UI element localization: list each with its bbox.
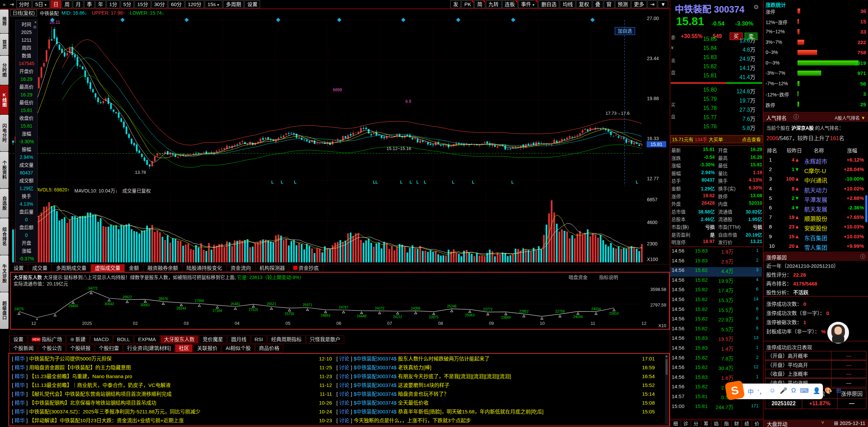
rank-stock-name[interactable]: 航天动力: [804, 186, 827, 194]
period-tab-设置[interactable]: 设置: [244, 0, 260, 8]
keyboard-icon[interactable]: ⌨: [800, 387, 809, 396]
chinese-mode-icon[interactable]: 中: [748, 387, 754, 396]
expand-chevrons-icon[interactable]: »: [1, 1, 7, 7]
indicator-tab-设置[interactable]: 设置: [9, 264, 28, 272]
rank-stock-name[interactable]: 永辉超市: [804, 157, 827, 165]
tool-tab-均线[interactable]: 均线: [560, 0, 575, 8]
sidebar-item-K线图[interactable]: K线图: [0, 85, 8, 114]
tick-row[interactable]: 14:5615.8222.9万6: [670, 316, 762, 325]
gear-icon[interactable]: ⚙: [753, 3, 759, 11]
discussion-item[interactable]: [ 讨论 ] $中铁装配300374$ 全天最低价收15:08: [336, 398, 657, 407]
tick-row[interactable]: 14:5615.8215.3万14: [670, 296, 762, 306]
tick-row[interactable]: 14:5615.831.6万1: [670, 374, 762, 384]
quick-tab-财[interactable]: 财: [732, 420, 742, 427]
close-icon[interactable]: ×: [34, 20, 37, 25]
period-tab-60分[interactable]: 60分: [168, 0, 184, 8]
indicator-formula-tab-圆月线[interactable]: 圆月线: [228, 335, 250, 344]
rank-stock-name[interactable]: 雪人集团: [804, 243, 827, 252]
sogou-logo-icon[interactable]: S: [725, 380, 745, 401]
symbols-icon[interactable]: Ω: [791, 387, 796, 396]
period-tab-5日[interactable]: 5日▼: [33, 0, 50, 8]
sidebar-item-牛叉诊股[interactable]: 牛叉诊股: [0, 255, 8, 292]
sidebar-item-超级盘口[interactable]: 超级盘口: [0, 292, 8, 329]
indicator-tab-机构探测器[interactable]: 机构探测器: [255, 264, 289, 272]
quick-tab-价[interactable]: 价: [752, 420, 762, 427]
period-tab-日[interactable]: 日: [51, 0, 61, 8]
indicator-formula-tab-经典周期指标[interactable]: 经典周期指标: [268, 335, 305, 344]
calendar-date[interactable]: ⊞ 2025-12-11: [834, 420, 865, 426]
info-icon[interactable]: i: [860, 254, 865, 259]
indicator-tab-融资融券余额[interactable]: 融资融券余额: [143, 264, 182, 272]
period-tab-15分[interactable]: 15分: [135, 0, 151, 8]
tool-tab-删自选[interactable]: 删自选: [538, 0, 559, 8]
news-item[interactable]: [ 精华 ] 【11.13最全前瞻】｜商业航天，中泰合作，奶皮子，VC电解液11…: [12, 381, 334, 390]
quick-tab-绩[interactable]: 绩: [742, 420, 752, 427]
avatar-3d-icon[interactable]: 👤: [813, 387, 820, 396]
indicator-help-button[interactable]: 指标说明: [599, 274, 618, 280]
indicator-formula-tab-BOLL[interactable]: BOLL: [113, 335, 134, 344]
indicator-tab-多周期成交量[interactable]: 多周期成交量: [52, 264, 91, 272]
period-tab-30分[interactable]: 30分: [152, 0, 168, 8]
tick-row[interactable]: 15:0015.81244.7万171: [670, 403, 762, 413]
add-watchlist-button[interactable]: 加自选: [615, 27, 635, 35]
indicator-formula-tab-只怪我是散户[interactable]: 只怪我是散户: [306, 335, 344, 344]
indicator-formula-tab-MACD[interactable]: MACD: [90, 335, 113, 344]
indicator-formula-tab-指标广场[interactable]: NEW指标广场: [28, 335, 66, 344]
discussion-item[interactable]: [ 讨论 ] $中铁装配300374$ 有朋友今天抄底了，不是我[流泪][流泪]…: [336, 372, 657, 381]
rank-stock-name[interactable]: 安妮股份: [804, 224, 827, 232]
discussion-item[interactable]: [ 讨论 ] $中铁装配300374$ 暗盘资金也玩不转了？15:14: [336, 390, 657, 398]
scroll-up-icon[interactable]: ▲: [665, 354, 668, 358]
tick-row[interactable]: 14:5615.8219.9万4: [670, 277, 762, 286]
microphone-icon[interactable]: 🎤: [780, 387, 787, 396]
rank-stock-name[interactable]: 中兴通讯: [804, 176, 827, 184]
news-item[interactable]: [ 精华 ] 用暗盘资金跟踪【中铁装配】的主力隐藏意图11-25: [12, 363, 334, 372]
tool-tab-PK[interactable]: PK: [461, 0, 474, 8]
discussion-item[interactable]: [ 讨论 ] $中铁装配300374$ 股东人数什么时候跌破两万估计能起来了17…: [336, 354, 657, 363]
skin-icon[interactable]: 🎨: [825, 387, 832, 396]
indicator-formula-tab-新建[interactable]: ⊕新建: [66, 335, 90, 344]
tick-row[interactable]: 14:5615.8319.5万13: [670, 335, 762, 345]
quick-tab-细[interactable]: 细: [671, 420, 680, 427]
news-scrollbar[interactable]: ▲: [665, 354, 668, 424]
period-tab-年[interactable]: 年: [95, 0, 106, 8]
indicator-formula-tab-竞价魔星[interactable]: 竞价魔星: [199, 335, 227, 344]
tick-row[interactable]: 14:5615.827.8万2: [670, 355, 762, 364]
info-tab-行业资讯[建筑材料][interactable]: 行业资讯[建筑材料]: [123, 344, 174, 352]
gear-icon[interactable]: ⚙: [33, 25, 37, 30]
quick-tab-筹[interactable]: 筹: [701, 420, 711, 427]
discussion-item[interactable]: [ 讨论 ] 今天独断的点是什么，，上涨不行，下跌就3个点起步: [336, 416, 657, 425]
tick-row[interactable]: 14:5615.831.9万1: [670, 248, 762, 257]
indicator-formula-tab-大牙股东人数[interactable]: 大牙股东人数: [160, 335, 198, 344]
indicator-tab-虚拟成交量[interactable]: 虚拟成交量: [91, 264, 125, 272]
info-icon[interactable]: i: [793, 114, 799, 119]
rank-stock-name[interactable]: 平潭发展: [804, 195, 827, 204]
news-item[interactable]: [ 精华 ] 中铁装配为子公司提供5000万元担保12-10: [12, 354, 334, 363]
info-tab-个股新闻[interactable]: 个股新闻: [9, 344, 37, 352]
popularity-scope-select[interactable]: A股人气排名 ▼: [835, 114, 865, 121]
indicator-tab-陆股通持股变化[interactable]: 陆股通持股变化: [182, 264, 226, 272]
period-tab-月[interactable]: 月: [73, 0, 83, 8]
tool-tab-▼[interactable]: ▼: [658, 0, 668, 8]
tool-tab-发[interactable]: 发: [450, 0, 461, 8]
period-tab-1分[interactable]: 1分: [106, 0, 120, 8]
period-tab-15s[interactable]: 15s▼: [205, 0, 222, 8]
view-details-link[interactable]: 点击查看: [742, 135, 761, 144]
info-tab-关联报价[interactable]: 关联报价: [193, 344, 221, 352]
quick-tab-分[interactable]: 分: [691, 420, 701, 427]
period-tab-季[interactable]: 季: [84, 0, 95, 8]
period-tab-周[interactable]: 周: [62, 0, 72, 8]
punctuation-icon[interactable]: ’，: [758, 387, 765, 396]
tick-row[interactable]: 14:5615.832.5万2: [670, 258, 762, 267]
sidebar-item-综合排名[interactable]: 综合排名: [0, 218, 8, 255]
indicator-formula-tab-设置[interactable]: 设置: [9, 335, 27, 344]
indicator-tab-资金流向[interactable]: 资金流向: [226, 264, 255, 272]
rank-stock-name[interactable]: C摩尔-U: [804, 166, 826, 175]
period-tab-多周期[interactable]: 多周期: [223, 0, 244, 8]
tool-tab-九转[interactable]: 九转: [486, 0, 501, 8]
info-tab-社区[interactable]: 社区: [175, 344, 193, 352]
quick-tab-诊[interactable]: 诊: [681, 420, 691, 427]
indicator-tab-资金抄底[interactable]: 资金抄底: [289, 264, 323, 272]
tool-tab-窗[interactable]: 窗: [604, 0, 614, 8]
tick-row[interactable]: 14:5615.8230.4万12: [670, 364, 762, 374]
news-item[interactable]: [ 精华 ] 【中铁装配钢构】北京保福寺地铁站钢结构项目首吊成功10-26: [12, 398, 334, 407]
